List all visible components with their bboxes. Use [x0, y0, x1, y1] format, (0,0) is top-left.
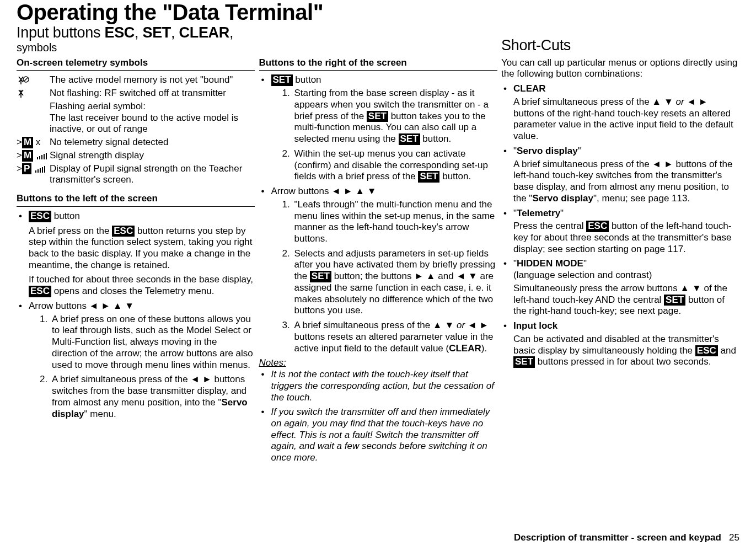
svg-rect-9 — [37, 157, 38, 159]
symbol-desc: Display of Pupil signal strength on the … — [50, 163, 255, 188]
list-item: 2.Selects and adjusts parameters in set-… — [271, 248, 497, 317]
m-signal-icon: >M — [17, 150, 50, 163]
m-x-icon: >M x — [17, 137, 50, 150]
page-number: 25 — [729, 532, 739, 543]
list-item: SET button 1.Starting from the base scre… — [259, 74, 497, 183]
section-telemetry-symbols: On-screen telemetry symbols — [17, 57, 255, 71]
servo-display-title: Servo display — [517, 146, 578, 156]
list-item: If you switch the transmitter off and th… — [259, 406, 497, 464]
list-item: Arrow buttons ◄ ► ▲ ▼ 1.A brief press on… — [17, 301, 255, 420]
subtitle-set: SET — [142, 24, 171, 41]
shortcuts-heading: Short-Cuts — [501, 37, 739, 54]
symbols-label: symbols — [17, 41, 323, 54]
set-badge: SET — [271, 74, 293, 86]
esc-badge: ESC — [29, 286, 51, 297]
esc-badge: ESC — [586, 221, 609, 232]
svg-rect-14 — [35, 170, 36, 173]
list-item: It is not the contact with the touch-key… — [259, 369, 497, 403]
list-item: Arrow buttons ◄ ► ▲ ▼ 1."Leafs through" … — [259, 186, 497, 354]
clear-title: CLEAR — [513, 83, 546, 94]
list-item: "Servo display" A brief simultaneous pre… — [501, 146, 739, 205]
notes-heading: Notes: — [259, 357, 497, 369]
shortcuts-intro: You can call up particular menus or opti… — [501, 57, 739, 80]
set-badge: SET — [367, 111, 388, 122]
symbol-desc: No telemetry signal detected — [50, 137, 255, 150]
svg-rect-15 — [37, 169, 39, 173]
symbol-desc: Signal strength display — [50, 150, 255, 163]
antenna-crossed-icon — [17, 74, 50, 88]
list-item: 1."Leafs through" the multi-function men… — [271, 199, 497, 245]
subtitle-clear: CLEAR — [179, 24, 229, 41]
arrow-buttons-label: Arrow buttons ◄ ► ▲ ▼ — [271, 186, 377, 196]
arrow-buttons-label: Arrow buttons ◄ ► ▲ ▼ — [29, 301, 134, 311]
svg-rect-16 — [40, 168, 41, 173]
list-item: "Telemetry" Press the central ESC button… — [501, 208, 739, 255]
svg-rect-10 — [39, 156, 40, 159]
hidden-mode-title: HIDDEN MODE — [517, 258, 583, 269]
p-signal-icon: >P — [17, 163, 50, 188]
set-badge: SET — [418, 171, 439, 183]
subtitle-esc: ESC — [104, 24, 135, 41]
set-badge: SET — [399, 133, 420, 145]
footer-label: Description of transmitter - screen and … — [514, 532, 721, 543]
set-badge: SET — [310, 271, 331, 282]
symbol-desc: Not flashing: RF switched off at transmi… — [50, 88, 255, 101]
set-badge: SET — [513, 356, 535, 368]
list-item: CLEAR A brief simultaneous press of the … — [501, 83, 739, 142]
subtitle-prefix: Input buttons — [17, 24, 104, 41]
set-badge: SET — [664, 295, 685, 306]
list-item: 1.A brief press on one of these buttons … — [29, 314, 255, 371]
page-subtitle: Input buttons ESC, SET, CLEAR, — [17, 25, 323, 41]
svg-rect-12 — [44, 154, 45, 159]
list-item: 2.A brief simultaneous press of the ◄ ► … — [29, 374, 255, 420]
list-item: 3.A brief simultaneous press of the ▲ ▼ … — [271, 320, 497, 354]
section-right-buttons: Buttons to the right of the screen — [259, 57, 497, 71]
section-left-buttons: Buttons to the left of the screen — [17, 193, 255, 207]
telemetry-symbols-table: The active model memory is not yet "boun… — [17, 74, 255, 188]
symbol-desc: Flashing aerial symbol: The last receive… — [50, 101, 255, 137]
list-item: ESC button A brief press on the ESC butt… — [17, 211, 255, 297]
esc-badge: ESC — [695, 345, 718, 357]
list-item: "HIDDEN MODE" (language selection and co… — [501, 258, 739, 317]
svg-rect-11 — [41, 155, 42, 159]
symbol-desc: The active model memory is not yet "boun… — [50, 74, 255, 88]
antenna-icon — [17, 88, 50, 101]
page-title: Operating the "Data Terminal" — [17, 0, 323, 25]
list-item: 1.Starting from the base screen display … — [271, 88, 497, 145]
svg-point-8 — [20, 90, 22, 92]
svg-rect-17 — [42, 167, 43, 173]
list-item: Input lock Can be activated and disabled… — [501, 320, 739, 368]
svg-line-4 — [24, 78, 28, 81]
input-lock-title: Input lock — [513, 320, 557, 331]
page-footer: Description of transmitter - screen and … — [514, 532, 739, 543]
telemetry-title: Telemetry — [517, 208, 560, 218]
list-item: 2.Within the set-up menus you can activa… — [271, 148, 497, 183]
esc-badge: ESC — [29, 211, 51, 222]
svg-rect-13 — [46, 153, 47, 159]
svg-rect-18 — [44, 166, 45, 173]
esc-badge: ESC — [112, 226, 135, 237]
